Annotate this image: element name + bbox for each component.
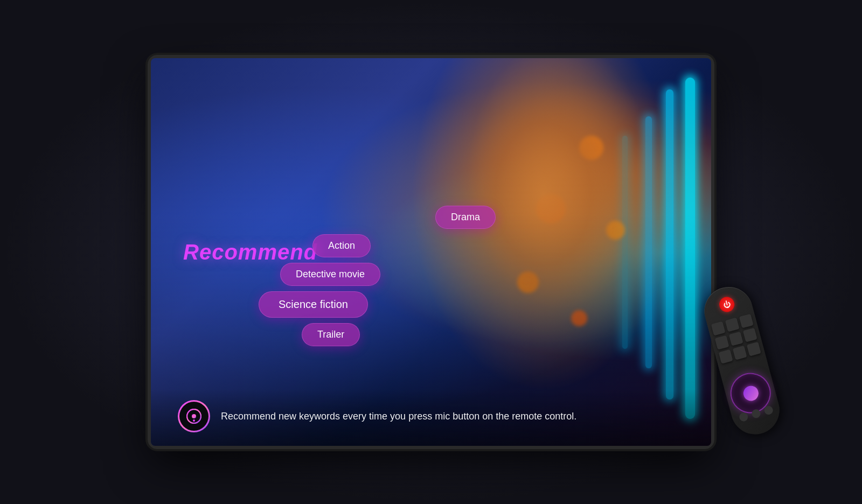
genre-bubble-scifi[interactable]: Science fiction: [259, 291, 368, 318]
genre-bubble-trailer[interactable]: Trailer: [302, 323, 360, 346]
bubble-row-scifi: Science fiction: [259, 291, 528, 318]
genre-bubbles-area: Drama Action Detective movie Science fic…: [259, 206, 528, 352]
remote-sm-btn-2[interactable]: [751, 408, 762, 419]
remote-btn-6[interactable]: [743, 328, 757, 342]
bubble-row-action: Action: [259, 234, 528, 257]
dpad-center[interactable]: [741, 384, 760, 402]
mic-icon: [178, 400, 210, 432]
tv-frame: Recommend Drama Action Detective movie S…: [151, 58, 711, 446]
remote-btn-3[interactable]: [739, 314, 754, 328]
genre-bubble-drama[interactable]: Drama: [435, 206, 496, 229]
remote-btn-4[interactable]: [715, 335, 729, 350]
remote-btn-9[interactable]: [747, 342, 761, 356]
svg-point-1: [192, 414, 196, 418]
remote-btn-7[interactable]: [719, 349, 733, 364]
genre-bubble-detective[interactable]: Detective movie: [280, 263, 380, 286]
remote-number-buttons: [711, 314, 761, 364]
remote-btn-8[interactable]: [733, 346, 747, 360]
tv-screen: Recommend Drama Action Detective movie S…: [151, 58, 711, 446]
remote-body: [699, 282, 784, 440]
bubble-row-trailer: Trailer: [259, 323, 528, 346]
remote-power-button[interactable]: [718, 295, 736, 313]
genre-bubble-action[interactable]: Action: [312, 234, 371, 257]
remote-btn-5[interactable]: [729, 332, 743, 346]
remote-sm-btn-1[interactable]: [738, 412, 749, 423]
bubble-row-detective: Detective movie: [259, 263, 528, 286]
remote-btn-1[interactable]: [711, 321, 726, 336]
bubble-row-drama: Drama: [259, 206, 528, 229]
remote-btn-2[interactable]: [725, 318, 740, 332]
mic-svg: [186, 409, 201, 424]
bottom-description: Recommend new keywords every time you pr…: [221, 411, 576, 422]
bottom-bar: Recommend new keywords every time you pr…: [151, 389, 711, 446]
svg-point-2: [193, 419, 195, 422]
